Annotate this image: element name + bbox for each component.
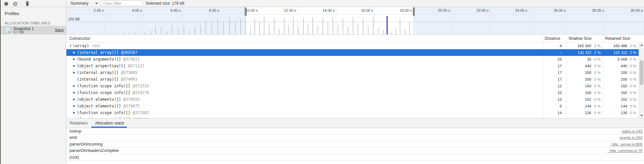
timeline-tick-label: 22.00 s: [462, 8, 489, 13]
heap-grid-row[interactable]: (internal array)[]@374093172000 %2000 %: [66, 76, 639, 83]
toolbar-separator: [21, 1, 21, 6]
clear-icon[interactable]: [13, 1, 17, 6]
heap-grid-row[interactable]: ▶(internal array)[]@373885172000 %2000 %: [66, 69, 639, 76]
expander-closed-icon[interactable]: ▶: [73, 109, 75, 116]
expander-closed-icon[interactable]: ▶: [73, 83, 75, 89]
vertical-scrollbar[interactable]: [639, 43, 644, 118]
allocation-overview[interactable]: 2.00 s4.00 s6.00 s8.00 s10.00 s12.00 s14…: [66, 7, 644, 34]
stack-frame-name: parserOnHeadersComplete: [69, 148, 119, 154]
heap-grid-row[interactable]: ▶(internal array)[]@369387–131 1122 %131…: [66, 49, 639, 56]
timeline-tick-label: 4.00 s: [115, 8, 142, 13]
column-separator[interactable]: [603, 35, 603, 42]
window-handle-right[interactable]: [413, 7, 415, 16]
expander-closed-icon[interactable]: ▶: [73, 96, 75, 103]
column-header-constructor[interactable]: Constructor: [69, 35, 90, 42]
distance-cell: 17: [557, 63, 562, 69]
expander-closed-icon[interactable]: ▶: [73, 49, 75, 56]
retained-size-cell: 200: [621, 76, 627, 83]
perspective-select[interactable]: Summary: [70, 0, 88, 7]
constructor-name: (function scope info)[]@372181: [77, 116, 149, 118]
record-button[interactable]: [4, 1, 8, 6]
timeline-gridline: [297, 7, 298, 34]
heap-grid-row[interactable]: ▶(object properties)[]@371121174400 %440…: [66, 63, 639, 69]
expander-closed-icon[interactable]: ▶: [73, 103, 75, 109]
timeline-tick-label: 12.00 s: [269, 8, 296, 13]
expander-closed-icon[interactable]: ▶: [73, 56, 75, 63]
column-separator[interactable]: [566, 35, 567, 42]
column-header-distance[interactable]: Distance: [545, 35, 560, 42]
heap-grid-row[interactable]: ▶(object elements)[]@37407551440 %1440 %: [66, 103, 639, 109]
allocation-bar: [172, 25, 172, 34]
expander-closed-icon[interactable]: ▶: [73, 69, 75, 76]
timeline-gridline: [490, 7, 490, 34]
column-separator[interactable]: [543, 35, 543, 42]
heap-grid-row[interactable]: ▶(function scope info)[]@372583141360 %1…: [66, 109, 639, 116]
allocation-bar: [391, 31, 392, 34]
delete-profile-icon[interactable]: [25, 1, 30, 5]
distance-cell: 12: [557, 83, 562, 89]
scroll-down-button[interactable]: [639, 113, 644, 118]
allocation-bar: [205, 20, 206, 34]
timeline-gridline: [375, 7, 375, 34]
allocation-bar: [250, 28, 251, 34]
column-header-shallow-size[interactable]: Shallow Size: [568, 35, 592, 42]
stack-frame-source-link[interactable]: events.js:263: [620, 135, 642, 141]
triangle-down-icon: [640, 115, 643, 116]
allocation-bar: [363, 18, 363, 34]
shallow-size-cell: 160 360: [577, 43, 591, 49]
timeline-gridline: [567, 7, 567, 34]
toolbar: Summary Selected size: 178 kB: [1, 0, 644, 7]
retained-size-cell: 144: [621, 103, 627, 109]
scrollbar-thumb[interactable]: [640, 60, 643, 85]
heap-grid-row[interactable]: ▶(bound arguments)[]@37361115320 %5 5680…: [66, 56, 639, 63]
distance-cell: 5: [560, 103, 562, 109]
heap-grid-row[interactable]: ▶(function scope info)[]@374279101600 %1…: [66, 89, 639, 96]
scroll-up-button[interactable]: [639, 43, 644, 48]
retained-size-percent: 0 %: [630, 69, 636, 76]
shallow-size-percent: 0 %: [594, 96, 601, 103]
expander-closed-icon[interactable]: ▶: [73, 63, 75, 69]
expander-open-icon[interactable]: ▼: [69, 43, 72, 49]
sidebar-item-snapshot-1[interactable]: % Snapshot 1 6.7 MB Save: [1, 26, 66, 34]
shallow-size-cell: 144: [585, 103, 591, 109]
allocation-bar: [167, 31, 167, 34]
allocation-bar: [333, 17, 333, 34]
stack-frame-source-link[interactable]: index.js:343: [622, 128, 642, 135]
allocation-bar: [409, 22, 410, 34]
class-filter-input[interactable]: [101, 1, 142, 6]
chevron-down-icon[interactable]: [95, 3, 98, 4]
expander-closed-icon[interactable]: ▶: [73, 89, 75, 96]
tab-retainers[interactable]: Retainers: [70, 118, 88, 128]
stack-frame-row: lookupindex.js:343: [66, 128, 644, 135]
triangle-up-icon: [640, 44, 643, 46]
heap-grid-row[interactable]: ▶(function scope info)[]@372333121600 %1…: [66, 83, 639, 89]
allocation-bar: [317, 26, 318, 34]
retained-size-percent: 0 %: [630, 89, 636, 96]
object-id: @372333: [133, 84, 149, 88]
retained-size-cell: 440: [621, 63, 627, 69]
expander-closed-icon[interactable]: ▶: [73, 116, 75, 118]
stack-frame-row: emitevents.js:263: [66, 135, 644, 141]
heap-grid-row[interactable]: ▼(array)×3154160 3602 %165 4882 %: [66, 43, 639, 49]
object-id: @374555: [123, 97, 140, 102]
stack-frame-source-link[interactable]: _http_common.js:75: [607, 148, 642, 154]
shallow-size-percent: 0 %: [594, 116, 601, 118]
heap-grid-row[interactable]: ▶(function scope info)[]@372181131360 %1…: [66, 116, 639, 118]
timeline-tick-label: 2.00 s: [77, 8, 104, 13]
shallow-size-cell: 136: [585, 109, 591, 116]
constructor-name: (function scope info)[]@372583: [77, 109, 149, 116]
save-link[interactable]: Save: [55, 28, 64, 32]
retained-size-percent: 0 %: [630, 109, 636, 116]
allocation-bar: [343, 18, 343, 34]
heap-grid-row[interactable]: ▶(object elements)[]@374555131520 %1520 …: [66, 96, 639, 103]
column-header-retained-size[interactable]: Retained Size: [605, 35, 630, 42]
stack-frame-source-link[interactable]: _http_server.js:809: [610, 141, 642, 148]
allocation-bar: [396, 28, 396, 34]
constructor-name: (array)×315: [73, 43, 100, 50]
heap-grid-header: Constructor Distance Shallow Size Retain…: [66, 34, 644, 43]
shallow-size-percent: 0 %: [594, 63, 601, 69]
window-handle-left[interactable]: [245, 7, 247, 16]
constructor-name: (internal array)[]@369387: [77, 49, 137, 56]
shallow-size-cell: 32: [587, 56, 591, 63]
shallow-size-percent: 0 %: [594, 103, 601, 109]
